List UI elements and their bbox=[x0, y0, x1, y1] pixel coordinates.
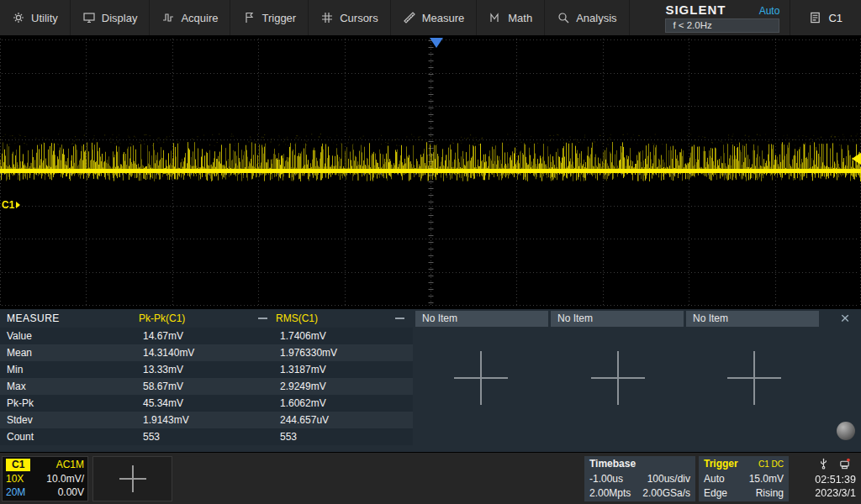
bottom-status-bar: C1 AC1M 10X 10.0mV/ 20M 0.00V Timebase -… bbox=[0, 452, 861, 504]
trigger-position-indicator[interactable] bbox=[430, 38, 443, 48]
channel-c1-box[interactable]: C1 AC1M 10X 10.0mV/ 20M 0.00V bbox=[2, 456, 88, 501]
table-row: Count 553 553 bbox=[0, 428, 413, 445]
ruler-icon bbox=[403, 11, 416, 24]
measure-column-rms[interactable]: RMS(C1) bbox=[276, 312, 413, 324]
stat-value: 1.7406mV bbox=[276, 328, 413, 344]
notes-icon bbox=[809, 11, 821, 24]
channel-offset-arrow-icon bbox=[16, 202, 20, 208]
adjust-knob[interactable] bbox=[837, 422, 855, 440]
stat-value: 553 bbox=[276, 428, 413, 445]
stat-value: 1.6062mV bbox=[276, 395, 413, 412]
menu-display-label: Display bbox=[102, 12, 138, 24]
stat-value: 58.67mV bbox=[139, 378, 276, 395]
trigger-source: C1 DC bbox=[758, 458, 784, 470]
stat-label: Min bbox=[0, 361, 139, 378]
stat-value: 1.3187mV bbox=[276, 361, 413, 378]
menu-cursors[interactable]: Cursors bbox=[309, 0, 391, 35]
menu-acquire[interactable]: Acquire bbox=[150, 0, 230, 35]
table-row: Max 58.67mV 2.9249mV bbox=[0, 378, 413, 395]
trigger-title: Trigger bbox=[704, 458, 738, 470]
top-menu-bar: Utility Display Acquire Trigger Cursors … bbox=[0, 0, 861, 35]
active-channel-button[interactable]: C1 bbox=[790, 0, 861, 35]
menu-math-label: Math bbox=[508, 12, 532, 24]
stat-label: Mean bbox=[0, 344, 139, 361]
trigger-box[interactable]: Trigger C1 DC Auto 15.0mV Edge Rising bbox=[699, 456, 789, 501]
status-icons bbox=[817, 457, 851, 470]
trigger-level-indicator[interactable] bbox=[852, 153, 861, 165]
stat-value: 14.3140mV bbox=[139, 344, 276, 361]
menu-measure[interactable]: Measure bbox=[391, 0, 478, 35]
measure-slot-empty-1[interactable]: No Item bbox=[415, 311, 548, 327]
display-icon bbox=[82, 11, 96, 24]
measure-column-pkpk[interactable]: Pk-Pk(C1) bbox=[139, 312, 276, 324]
timebase-samplerate: 2.00GSa/s bbox=[642, 487, 690, 500]
menu-trigger-label: Trigger bbox=[261, 12, 296, 24]
remove-measure-icon[interactable] bbox=[258, 318, 267, 319]
menu-utility-label: Utility bbox=[31, 12, 58, 24]
acquire-icon bbox=[161, 11, 175, 24]
close-icon[interactable]: × bbox=[834, 310, 856, 327]
stat-value: 45.34mV bbox=[139, 395, 276, 412]
table-row: Stdev 1.9143mV 244.657uV bbox=[0, 412, 413, 428]
measure-header: MEASURE Pk-Pk(C1) RMS(C1) No Item No Ite… bbox=[0, 309, 861, 328]
trigger-slope: Rising bbox=[756, 487, 784, 500]
brand-logo: SIGLENT bbox=[665, 3, 726, 17]
menu-trigger[interactable]: Trigger bbox=[230, 0, 309, 35]
menu-display[interactable]: Display bbox=[71, 0, 151, 35]
stat-value: 1.9143mV bbox=[139, 412, 276, 428]
channel-offset-label: C1 bbox=[2, 199, 14, 211]
math-icon bbox=[489, 11, 502, 24]
plus-icon bbox=[119, 465, 146, 492]
stat-value: 553 bbox=[139, 428, 276, 445]
menu-cursors-label: Cursors bbox=[340, 12, 378, 24]
stat-label: Count bbox=[0, 428, 139, 445]
frequency-counter: f < 2.0Hz bbox=[665, 18, 779, 33]
trigger-level: 15.0mV bbox=[749, 473, 784, 486]
add-measure-button[interactable] bbox=[454, 351, 508, 405]
menu-math[interactable]: Math bbox=[477, 0, 545, 35]
gear-icon bbox=[12, 11, 25, 24]
channel-offset: 0.00V bbox=[58, 486, 84, 499]
measure-slot-empty-3[interactable]: No Item bbox=[686, 311, 819, 327]
measure-panel: MEASURE Pk-Pk(C1) RMS(C1) No Item No Ite… bbox=[0, 309, 861, 452]
clock: 02:51:39 2023/3/1 bbox=[815, 473, 856, 500]
timebase-delay: -1.00us bbox=[589, 473, 623, 486]
time-display: 02:51:39 bbox=[815, 473, 856, 486]
waveform-display[interactable]: C1 bbox=[0, 35, 861, 309]
stat-label: Max bbox=[0, 378, 139, 395]
remove-measure-icon[interactable] bbox=[395, 318, 404, 319]
timebase-scale: 100us/div bbox=[647, 473, 690, 486]
measure-title: MEASURE bbox=[0, 312, 139, 324]
measure-slot-empty-2[interactable]: No Item bbox=[551, 311, 684, 327]
stat-value: 1.976330mV bbox=[276, 344, 413, 361]
table-row: Pk-Pk 45.34mV 1.6062mV bbox=[0, 395, 413, 412]
channel-name-chip: C1 bbox=[6, 459, 30, 471]
magnifier-icon bbox=[557, 11, 570, 24]
stat-label: Value bbox=[0, 328, 139, 344]
waveform-canvas[interactable] bbox=[0, 35, 861, 309]
stat-value: 14.67mV bbox=[139, 328, 276, 344]
active-channel-label: C1 bbox=[828, 12, 843, 24]
menu-analysis[interactable]: Analysis bbox=[545, 0, 629, 35]
stat-value: 2.9249mV bbox=[276, 378, 413, 395]
table-row: Min 13.33mV 1.3187mV bbox=[0, 361, 413, 378]
channel-offset-marker[interactable]: C1 bbox=[2, 199, 20, 211]
menu-utility[interactable]: Utility bbox=[0, 0, 71, 35]
stat-value: 13.33mV bbox=[139, 361, 276, 378]
trigger-mode: Auto bbox=[704, 473, 725, 486]
measure-column-pkpk-label: Pk-Pk(C1) bbox=[139, 312, 185, 324]
add-channel-button[interactable] bbox=[92, 456, 172, 501]
channel-coupling: AC1M bbox=[56, 459, 84, 471]
add-measure-button[interactable] bbox=[591, 351, 645, 405]
timebase-box[interactable]: Timebase -1.00us 100us/div 2.00Mpts 2.00… bbox=[584, 456, 695, 501]
channel-bandwidth: 20M bbox=[6, 486, 25, 499]
printer-icon bbox=[838, 457, 851, 470]
stat-label: Stdev bbox=[0, 412, 139, 428]
stat-label: Pk-Pk bbox=[0, 395, 139, 412]
add-measure-button[interactable] bbox=[727, 351, 781, 405]
flag-icon bbox=[242, 11, 256, 24]
table-row: Mean 14.3140mV 1.976330mV bbox=[0, 344, 413, 361]
table-row: Value 14.67mV 1.7406mV bbox=[0, 328, 413, 344]
brand-block: SIGLENT Auto f < 2.0Hz bbox=[655, 0, 790, 35]
menu-measure-label: Measure bbox=[422, 12, 465, 24]
